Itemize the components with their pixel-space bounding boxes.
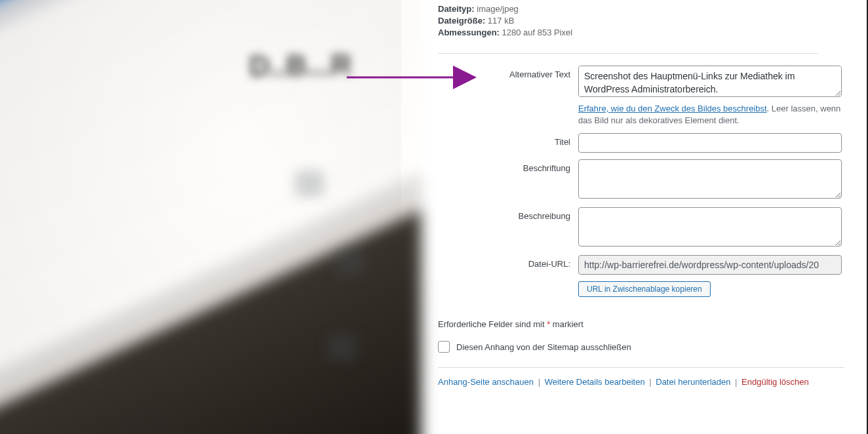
meta-filetype: Dateityp: image/jpeg xyxy=(438,3,842,15)
description-label: Beschreibung xyxy=(438,207,578,221)
meta-filesize: Dateigröße: 117 kB xyxy=(438,15,842,27)
alt-text-hint: Erfahre, wie du den Zweck des Bildes bes… xyxy=(578,103,842,127)
fileurl-label: Datei-URL: xyxy=(438,255,578,269)
meta-dimensions: Abmessungen: 1280 auf 853 Pixel xyxy=(438,27,842,39)
alt-text-label: Alternativer Text xyxy=(438,66,578,79)
title-label: Titel xyxy=(438,133,578,147)
media-preview-panel: D..B...R xyxy=(0,0,401,434)
description-input[interactable] xyxy=(578,207,842,247)
caption-input[interactable] xyxy=(578,159,842,199)
divider xyxy=(438,367,844,368)
view-attachment-link[interactable]: Anhang-Seite anschauen xyxy=(438,377,534,387)
alt-text-help-link[interactable]: Erfahre, wie du den Zweck des Bildes bes… xyxy=(578,104,767,113)
download-file-link[interactable]: Datei herunterladen xyxy=(656,377,730,387)
attachment-details-panel: Dateityp: image/jpeg Dateigröße: 117 kB … xyxy=(401,0,868,434)
alt-text-input[interactable] xyxy=(578,66,842,97)
required-fields-note: Erforderliche Felder sind mit * markiert xyxy=(438,319,842,329)
exclude-sitemap-checkbox[interactable] xyxy=(438,341,450,353)
attachment-action-links: Anhang-Seite anschauen | Weitere Details… xyxy=(438,377,842,387)
exclude-sitemap-label[interactable]: Diesen Anhang von der Sitemap ausschließ… xyxy=(456,342,631,352)
divider xyxy=(438,53,818,54)
edit-details-link[interactable]: Weitere Details bearbeiten xyxy=(545,377,645,387)
title-input[interactable] xyxy=(578,133,842,153)
copy-url-button[interactable]: URL in Zwischenablage kopieren xyxy=(578,281,711,297)
delete-permanently-link[interactable]: Endgültig löschen xyxy=(741,377,809,387)
fileurl-input[interactable] xyxy=(578,255,842,275)
caption-label: Beschriftung xyxy=(438,159,578,173)
